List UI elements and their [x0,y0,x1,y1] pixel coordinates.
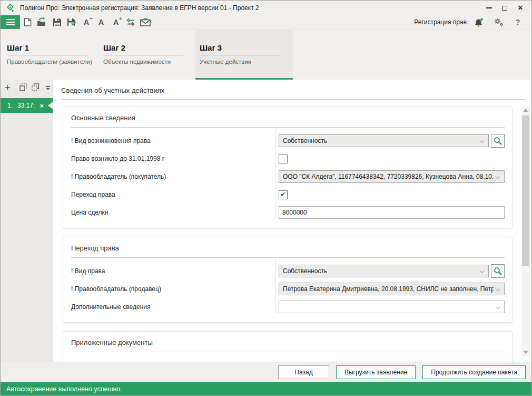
tab-step-subtitle: Объекты недвижимости [103,59,200,65]
continue-package-button[interactable]: Продолжить создание пакета [422,365,526,379]
field-row: Право возникло до 31.01.1998 г [71,152,505,166]
scroll-down-arrow-icon[interactable] [521,348,530,356]
right-before-1998-checkbox[interactable] [279,154,288,163]
scroll-up-arrow-icon[interactable] [521,106,530,114]
mail-icon [140,18,151,26]
tab-step-3-active[interactable]: Шаг 3 Учетные действия [195,30,293,80]
font-decrease-button[interactable]: A− [80,16,93,28]
gears-icon [494,18,504,26]
field-row: ! Правообладатель (покупатель) ООО "СК А… [71,170,505,183]
sidebar-more-dropdown[interactable] [46,86,50,90]
tab-step-title: Шаг 2 [103,43,183,55]
right-transfer-checkbox[interactable]: ✔ [279,190,288,199]
save-button[interactable] [50,16,64,28]
field-row: ! Правообладатель (продавец) Петрова Ека… [71,282,505,296]
copy-item-button[interactable] [19,83,27,93]
page-title: Сведения об учетных действиях [61,86,525,100]
item-index: 1. [7,102,13,109]
open-project-button[interactable] [35,16,49,28]
step-tabs: Шаг 1 Правообладатели (заявители) Шаг 2 … [1,29,531,80]
module-label: Регистрация прав [414,18,467,26]
font-decrease-icon: A− [84,18,89,26]
close-button[interactable]: × [513,2,528,14]
tab-step-title: Шаг 1 [7,43,87,55]
tab-step-title: Шаг 3 [200,43,280,55]
save-check-icon [67,18,76,27]
search-icon [494,267,502,275]
settings-button[interactable] [491,16,505,28]
search-icon [494,137,502,145]
section-attached-documents: Приложенные документы [63,331,513,362]
field-row: Дополнительные сведения [71,300,505,314]
new-document-icon [24,17,32,27]
paste-copy-icon [32,83,40,91]
field-label: ! Вид возникновения права [71,137,275,144]
font-increase-button[interactable]: A+ [109,16,123,28]
notifications-button[interactable] [472,16,486,28]
field-label: Право возникло до 31.01.1998 г [71,155,275,162]
status-message: Автосохранение выполнено успешно. [6,385,122,393]
status-bar: Автосохранение выполнено успешно. [1,382,531,396]
app-window: Полигон Про: Электронная регистрация: За… [0,0,532,396]
help-button[interactable]: ? [511,16,525,28]
main-content: Сведения об учетных действиях Основные с… [53,80,532,362]
hamburger-menu-button[interactable] [1,15,20,29]
field-row: ! Вид права Собственность [71,264,505,278]
application-list-item[interactable]: 1. 33:17: × [1,98,53,113]
minimize-button[interactable] [481,2,497,14]
export-application-button[interactable]: Выгрузить заявление [336,365,416,379]
paste-copy-button[interactable] [32,83,40,93]
tab-step-2[interactable]: Шаг 2 Объекты недвижимости [103,30,200,80]
scrollbar-thumb[interactable] [522,115,529,266]
lookup-button[interactable] [491,264,505,278]
deal-price-input[interactable] [279,206,505,219]
field-label: ! Вид права [71,267,275,275]
item-code: 33:17: [17,102,35,109]
send-mail-button[interactable] [139,16,152,28]
tab-step-1[interactable]: Шаг 1 Правообладатели (заявители) [7,30,103,80]
field-label: ! Правообладатель (покупатель) [71,173,275,180]
transfer-button[interactable] [124,16,137,28]
right-origin-type-dropdown[interactable]: Собственность [279,134,489,147]
window-title: Полигон Про: Электронная регистрация: За… [20,4,259,12]
bell-icon [474,18,484,27]
chevron-down-icon [496,305,500,309]
chevron-down-icon [496,287,500,291]
new-document-button[interactable] [21,16,34,28]
field-row: Переход права ✔ [71,188,505,201]
toolbar-right-group: Регистрация прав [414,16,531,28]
section-right-transfer: Переход права ! Вид права Собственность [63,237,513,323]
window-controls: × [481,2,528,14]
section-title: Приложенные документы [71,339,505,352]
font-default-button[interactable]: A [94,16,108,28]
item-close-icon[interactable]: × [40,102,44,110]
lookup-button[interactable] [491,134,505,148]
vertical-scrollbar[interactable] [521,106,530,356]
rightholder-seller-dropdown[interactable]: Петрова Екатерина Дмитриевна, 20.08.1993… [279,283,505,295]
toolbar-separator [15,84,15,92]
maximize-button[interactable] [497,2,513,14]
font-increase-icon: A+ [113,18,119,26]
tab-step-subtitle: Учетные действия [200,59,293,65]
section-title: Переход права [71,244,505,258]
open-folder-icon [37,17,47,27]
section-title: Основные сведения [71,114,505,128]
right-type-dropdown[interactable]: Собственность [279,265,489,277]
transfer-arrows-icon [125,18,136,26]
back-button[interactable]: Назад [278,365,329,379]
tab-step-subtitle: Правообладатели (заявители) [7,59,103,65]
chevron-down-icon [480,269,484,273]
additional-info-dropdown[interactable] [279,301,505,313]
add-item-button[interactable]: + [5,83,11,92]
font-default-icon: A [98,18,104,26]
footer-actions: Назад Выгрузить заявление Продолжить соз… [1,362,531,382]
save-icon [53,18,62,27]
chevron-down-icon [496,175,500,179]
field-row: ! Вид возникновения права Собственность [71,134,505,148]
form-scroll-area: Основные сведения ! Вид возникновения пр… [63,107,513,362]
field-label: Цена сделки [71,209,275,216]
chevron-down-icon [480,139,484,143]
rightholder-buyer-dropdown[interactable]: ООО "СК Алдега", 1167746438342, 77203398… [279,170,505,183]
save-confirm-button[interactable] [65,16,78,28]
applications-sidebar: + 1. 33:17: × [1,80,53,362]
